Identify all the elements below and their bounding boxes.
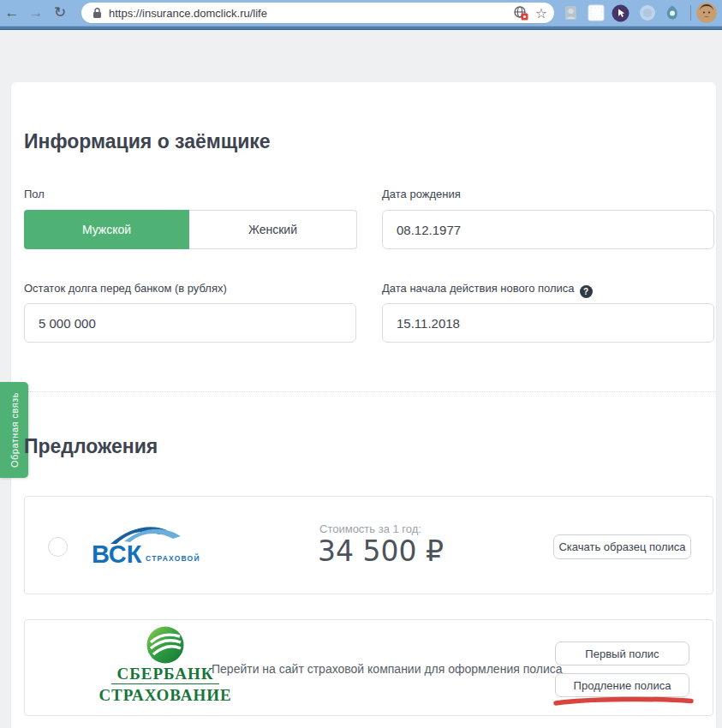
- gender-female-label: Женский: [248, 223, 297, 236]
- page-title: Информация о заёмщике: [24, 130, 271, 153]
- reload-icon[interactable]: ↻: [48, 0, 72, 26]
- gender-toggle: Мужской Женский: [24, 210, 357, 249]
- renew-policy-button[interactable]: Продление полиса: [555, 673, 689, 697]
- gender-male-label: Мужской: [82, 223, 131, 236]
- first-policy-button[interactable]: Первый полис: [555, 641, 689, 665]
- address-bar[interactable]: https://insurance.domclick.ru/life ☆: [81, 3, 554, 23]
- translate-icon[interactable]: [513, 5, 528, 21]
- page-background: Информация о заёмщике Пол Мужской Женски…: [0, 31, 722, 728]
- browser-window: ← → ↻ https://insurance.domclick.ru/life…: [0, 0, 722, 728]
- svg-text:СТРАХОВОЙ ДОМ: СТРАХОВОЙ ДОМ: [146, 553, 203, 563]
- feedback-tab-label: Обратная связь: [9, 392, 20, 468]
- policy-start-label: Дата начала действия нового полиса?: [382, 282, 593, 298]
- sberbank-wordmark-line2: СТРАХОВАНИЕ: [98, 686, 231, 704]
- vsk-logo: ВСК СТРАХОВОЙ ДОМ: [90, 521, 203, 572]
- svg-text:ВСК: ВСК: [92, 540, 142, 568]
- debt-label: Остаток долга перед банком (в рублях): [24, 282, 227, 295]
- birth-date-label: Дата рождения: [382, 188, 461, 200]
- debt-input[interactable]: [24, 303, 356, 343]
- bookmark-star-icon[interactable]: ☆: [535, 5, 547, 21]
- toolbar-separator: [690, 5, 691, 21]
- extension-icon-1[interactable]: [563, 4, 579, 25]
- extension-icon-5[interactable]: [664, 4, 681, 25]
- price-label: Стоимость за 1 год:: [319, 522, 421, 535]
- sberbank-wordmark-rule: [111, 683, 219, 684]
- policy-start-label-text: Дата начала действия нового полиса: [382, 282, 575, 295]
- birth-date-input[interactable]: [382, 210, 714, 249]
- price-value: 34 500 ₽: [318, 534, 444, 568]
- gender-label: Пол: [24, 188, 45, 200]
- extension-icon-3[interactable]: [612, 4, 630, 26]
- extension-icon-4[interactable]: [639, 4, 656, 25]
- red-underline-annotation: [552, 695, 695, 711]
- sberbank-wordmark-line1: СБЕРБАНК: [116, 665, 213, 683]
- sberbank-logo: СБЕРБАНК СТРАХОВАНИЕ: [105, 625, 225, 704]
- window-edge: [0, 26, 722, 30]
- profile-avatar[interactable]: [696, 3, 717, 23]
- help-icon[interactable]: ?: [580, 285, 593, 298]
- offer-card-sber: СБЕРБАНК СТРАХОВАНИЕ Перейти на сайт стр…: [24, 619, 713, 716]
- forward-icon[interactable]: →: [24, 0, 48, 26]
- gender-female-button[interactable]: Женский: [189, 210, 357, 249]
- browser-toolbar: ← → ↻ https://insurance.domclick.ru/life…: [0, 0, 722, 26]
- url-text: https://insurance.domclick.ru/life: [109, 7, 506, 20]
- offers-title: Предложения: [24, 435, 158, 458]
- lock-icon: [92, 7, 102, 19]
- vsk-radio-button[interactable]: [48, 537, 68, 557]
- extension-icon-2[interactable]: [588, 4, 605, 25]
- feedback-tab[interactable]: Обратная связь: [0, 382, 28, 478]
- sber-offer-description: Перейти на сайт страховой компании для о…: [212, 662, 563, 676]
- download-sample-button[interactable]: Скачать образец полиса: [553, 534, 691, 559]
- back-icon[interactable]: ←: [0, 0, 24, 26]
- policy-start-input[interactable]: [382, 303, 714, 343]
- sberbank-logo-icon: [146, 625, 185, 665]
- offer-card-vsk: ВСК СТРАХОВОЙ ДОМ Стоимость за 1 год: 34…: [24, 496, 713, 594]
- gender-male-button[interactable]: Мужской: [24, 210, 189, 249]
- section-divider: [11, 391, 716, 392]
